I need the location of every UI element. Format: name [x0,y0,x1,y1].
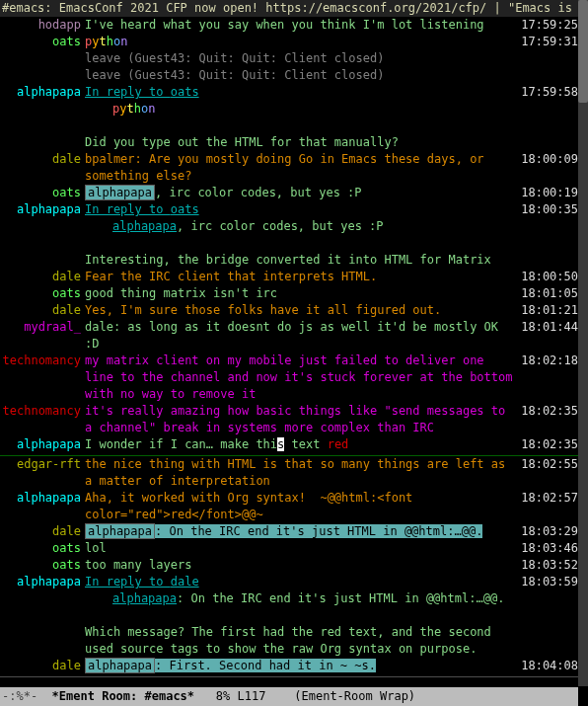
message-row: dale alphapapa: First. Second had it in … [0,658,578,674]
message-row: alphapapa In reply to dalealphapapa: On … [0,574,578,607]
message-row: oats good thing matrix isn't irc 18:01:0… [0,285,578,302]
timestamp: 18:02:18 [519,353,578,369]
message-row: edgar-rft the nice thing with HTML is th… [0,456,578,490]
mention[interactable]: alphapapa [85,658,155,673]
nick: alphapapa [0,201,85,218]
timestamp: 17:59:25 [519,17,578,34]
nick: alphapapa [0,84,85,101]
timestamp: 17:59:31 [519,34,578,50]
timestamp: 18:02:57 [519,490,578,507]
message-row: oats alphapapa, irc color codes, but yes… [0,185,578,201]
modeline-mode: (Ement-Room Wrap) [294,689,415,703]
message-text: alphapapa, irc color codes, but yes :P [85,185,519,201]
system-row: leave (Guest43: Quit: Quit: Client close… [0,50,578,67]
message-row: oats python 17:59:31 [0,34,578,50]
nick: oats [0,557,85,574]
message-row: Did you type out the HTML for that manua… [0,118,578,151]
nick: oats [0,185,85,201]
message-row: oats too many layers 18:03:52 [0,557,578,574]
scrollbar-thumb[interactable] [578,0,588,103]
message-text: Yes, I'm sure those folks have it all fi… [85,302,519,319]
message-text: good thing matrix isn't irc [85,285,519,302]
message-row: Which message? The first had the red tex… [0,607,578,658]
message-text: it's really amazing how basic things lik… [85,403,519,436]
timestamp: 18:03:46 [519,540,578,557]
timestamp: 18:03:29 [519,523,578,540]
message-text: In reply to dalealphapapa: On the IRC en… [85,574,519,607]
timestamp: 18:02:35 [519,403,578,420]
message-text: Aha, it worked with Org syntax! ~@@html:… [85,490,519,523]
system-row: leave (Guest43: Quit: Quit: Client close… [0,67,578,84]
nick: alphapapa [0,436,85,453]
timestamp: 18:02:35 [519,436,578,453]
timestamp: 18:00:50 [519,269,578,285]
message-row: alphapapa Aha, it worked with Org syntax… [0,490,578,523]
timestamp: 18:01:44 [519,319,578,336]
timestamp: 17:59:58 [519,84,578,101]
mention[interactable]: alphapapa [85,523,155,539]
timestamp: 18:01:05 [519,285,578,302]
modeline-line: L117 [237,689,265,703]
timestamp: 18:01:21 [519,302,578,319]
nick: dale [0,523,85,540]
message-text: python [85,34,519,50]
modeline-status: -:%*- [2,689,37,703]
message-row: dale bpalmer: Are you mostly doing Go in… [0,151,578,185]
message-row: technomancy it's really amazing how basi… [0,403,578,436]
message-text: Fear the IRC client that interprets HTML… [85,269,519,285]
nick: technomancy [0,353,85,369]
reply-link[interactable]: In reply to [85,202,171,216]
mode-line: -:%*- *Ement Room: #emacs* 8% L117 (Emen… [0,687,578,706]
reply-link[interactable]: In reply to [85,85,171,99]
timestamp: 18:00:35 [519,201,578,218]
message-text: too many layers [85,557,519,574]
message-text: dale: as long as it doesnt do js as well… [85,319,519,353]
nick: dale [0,302,85,319]
reply-target[interactable]: oats [171,85,199,99]
nick: mydraal_ [0,319,85,336]
system-text: leave (Guest43: Quit: Quit: Client close… [85,50,519,67]
message-text: lol [85,540,519,557]
nick: dale [0,269,85,285]
mention[interactable]: alphapapa [112,591,177,605]
message-text: alphapapa: On the IRC end it's just HTML… [85,523,519,540]
timestamp: 18:03:59 [519,574,578,590]
nick: alphapapa [0,490,85,507]
chat-window: #emacs: EmacsConf 2021 CFP now open! htt… [0,0,588,706]
message-text: Interesting, the bridge converted it int… [85,235,519,269]
nick: oats [0,540,85,557]
system-text: leave (Guest43: Quit: Quit: Client close… [85,67,519,84]
message-text: Did you type out the HTML for that manua… [85,118,519,151]
message-row: alphapapa I wonder if I can… make this t… [0,436,578,453]
scrollbar[interactable] [578,0,588,686]
nick: edgar-rft [0,456,85,473]
reply-link[interactable]: In reply to [85,575,171,588]
message-row: dale Fear the IRC client that interprets… [0,269,578,285]
timestamp: 18:04:08 [519,658,578,674]
modeline-position: 8% [216,689,230,703]
message-text: the nice thing with HTML is that so many… [85,456,519,490]
nick: hodapp [0,17,85,34]
message-row: technomancy my matrix client on my mobil… [0,353,578,403]
reply-target[interactable]: oats [171,202,199,216]
message-list[interactable]: hodapp I've heard what you say when you … [0,17,578,684]
mention[interactable]: alphapapa [112,219,177,233]
message-row: dale Yes, I'm sure those folks have it a… [0,302,578,319]
message-row: dale alphapapa: On the IRC end it's just… [0,523,578,540]
nick: oats [0,285,85,302]
timestamp: 18:03:52 [519,557,578,574]
nick: alphapapa [0,574,85,590]
nick: technomancy [0,403,85,420]
channel-topic: #emacs: EmacsConf 2021 CFP now open! htt… [0,0,582,17]
mention[interactable]: alphapapa [85,185,155,200]
modeline-buffer: *Ement Room: #emacs* [52,689,195,703]
message-text: my matrix client on my mobile just faile… [85,353,519,403]
nick: dale [0,658,85,674]
message-text: Which message? The first had the red tex… [85,607,519,658]
message-text: I wonder if I can… make this text red [85,436,519,453]
reply-target[interactable]: dale [171,575,199,588]
timestamp: 18:02:55 [519,456,578,473]
message-row: alphapapa In reply to oatsalphapapa, irc… [0,201,578,235]
nick: dale [0,151,85,168]
message-row: hodapp I've heard what you say when you … [0,17,578,34]
